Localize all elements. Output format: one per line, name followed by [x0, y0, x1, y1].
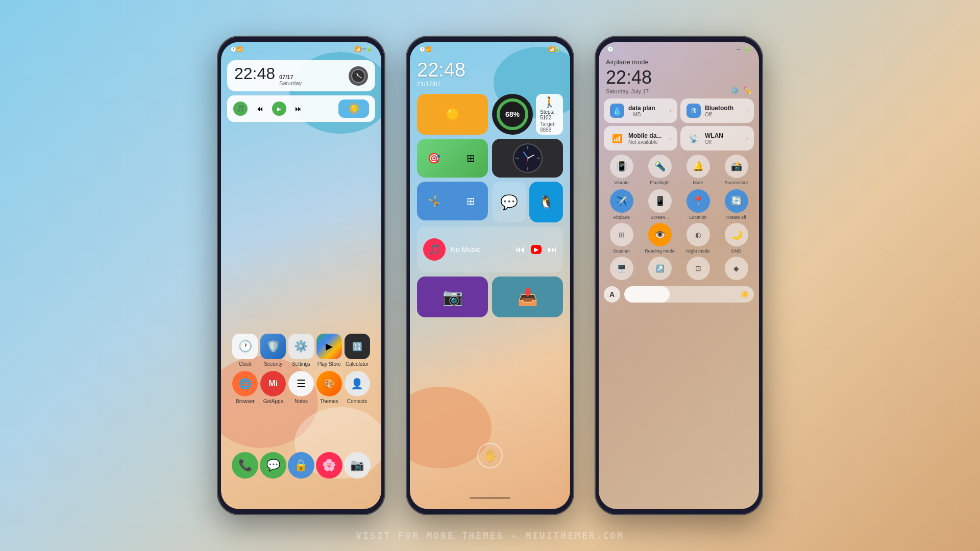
- airplane-label-t: Airplane: [613, 215, 630, 220]
- rotate-label: Rotate off: [726, 215, 746, 220]
- fitness-ring: 68%: [492, 94, 533, 135]
- app-security[interactable]: 🛡️ Security: [260, 334, 286, 367]
- p2-date: 21/17/07: [417, 81, 563, 88]
- toggle-rotate[interactable]: 🔄 Rotate off: [719, 189, 754, 220]
- app-themes[interactable]: 🎨 Themes: [316, 371, 342, 404]
- dock-camera[interactable]: 📷: [344, 452, 371, 479]
- toggle-dnd[interactable]: 🌙 DND: [719, 223, 754, 254]
- phone1-content: 22:48 07/17 Saturday 🎵 ⏮: [221, 56, 381, 128]
- toggle-screenshot[interactable]: 📸 Screenshot: [719, 155, 754, 185]
- settings-cog-icon[interactable]: ⚙️: [730, 86, 739, 94]
- app-browser[interactable]: 🌐 Browser: [232, 371, 258, 404]
- security-app-icon: 🛡️: [260, 334, 286, 359]
- extra3-circle: ⊡: [687, 257, 710, 280]
- vibrate-circle: 📳: [610, 155, 633, 178]
- next-btn[interactable]: ⏭: [291, 102, 306, 116]
- app-notes[interactable]: ☰ Notes: [288, 371, 314, 404]
- screen-circle: 📱: [648, 189, 672, 213]
- toggle-extra4[interactable]: ◆: [719, 257, 754, 282]
- prev-btn[interactable]: ⏮: [253, 102, 267, 116]
- p2-prev-btn[interactable]: ⏮: [516, 244, 525, 255]
- app-settings[interactable]: ⚙️ Settings: [288, 334, 314, 367]
- mobile-data-tile[interactable]: 📶 Mobile da... Not available ›: [604, 126, 677, 151]
- status-bar-phone3: 🕐 ← 🔋: [599, 42, 759, 56]
- watermark-text: VISIT FOR MORE THEMES - MIUITHEMER.COM: [0, 530, 980, 541]
- toggle-grid-4: 🖥️ ↗️ ⊡ ◆: [599, 257, 759, 282]
- toggle-mute[interactable]: 🔔 Mute: [680, 155, 716, 185]
- phone2-content: 22:48 21/17/07 ☀️ 68% 🚶 Steps: 510: [410, 56, 570, 321]
- dock-messages[interactable]: 💬: [260, 452, 286, 479]
- green-half-2: ⊞: [454, 139, 488, 178]
- app-contacts[interactable]: 👤 Contacts: [345, 371, 370, 404]
- toggle-airplane[interactable]: ✈️ Airplane: [604, 189, 639, 220]
- dock-security[interactable]: 🔒: [288, 452, 314, 479]
- toggle-vibrate[interactable]: 📳 Vibrate: [604, 155, 639, 185]
- playstore-app-icon: ▶: [316, 334, 342, 359]
- toggle-reading[interactable]: 👁️ Reading mode: [642, 223, 677, 254]
- wlan-tile[interactable]: 📡 WLAN Off ›: [680, 126, 754, 151]
- phone1-dock: 📞 💬 🔒 🌸 📷: [221, 452, 381, 479]
- music-title-p2: No Music: [451, 245, 510, 254]
- toggle-night[interactable]: ◐ Night mode: [680, 223, 716, 254]
- rotate-circle: 🔄: [725, 189, 748, 213]
- dock-phone[interactable]: 📞: [232, 452, 258, 479]
- home-indicator: [470, 497, 510, 499]
- music-card-p2: 🎵 No Music ⏮ ▶ ⏭: [417, 227, 563, 272]
- music-note-btn[interactable]: 🎵: [233, 102, 248, 116]
- mobile-data-icon: 📶: [610, 131, 624, 145]
- calculator-app-label: Calculator: [346, 361, 369, 367]
- funnel-card-p2[interactable]: 📥: [492, 277, 563, 317]
- toggle-extra3[interactable]: ⊡: [680, 257, 716, 282]
- night-label: Night mode: [686, 248, 709, 254]
- data-plan-sub: -- MB: [628, 112, 666, 117]
- date-month-day: 07/17: [279, 74, 302, 80]
- p2-next-btn[interactable]: ⏭: [548, 244, 557, 255]
- date-info: 07/17 Saturday: [279, 74, 302, 86]
- app-clock[interactable]: 🕐 Clock: [232, 334, 258, 367]
- toggle-screen[interactable]: 📱 Screen...: [642, 189, 677, 220]
- toggle-extra1[interactable]: 🖥️: [604, 257, 639, 282]
- toggle-location[interactable]: 📍 Location: [680, 189, 716, 220]
- toggle-scanner[interactable]: ⊞ Scanner: [604, 223, 639, 254]
- camera-card-p2[interactable]: 📷: [417, 277, 488, 317]
- minute-hand: [358, 76, 362, 78]
- app-grid-phone1: 🕐 Clock 🛡️ Security ⚙️ Settings ▶ Play S…: [221, 334, 381, 407]
- p2-time: 22:48: [417, 60, 563, 80]
- bluetooth-tile[interactable]: 𝔹 Bluetooth Off ›: [680, 98, 754, 123]
- app-calculator[interactable]: 🔢 Calculator: [345, 334, 370, 367]
- toggle-flashlight[interactable]: 🔦 Flashlight: [642, 155, 677, 185]
- play-btn[interactable]: ▶: [272, 102, 286, 116]
- brightness-bar[interactable]: ☀️: [624, 286, 754, 303]
- data-plan-tile[interactable]: 💧 data plan -- MB ›: [604, 98, 677, 123]
- dnd-circle: 🌙: [725, 223, 748, 246]
- app-playstore[interactable]: ▶ Play Store: [316, 334, 342, 367]
- toggle-grid-2: ✈️ Airplane 📱 Screen... 📍 Location 🔄 Rot…: [599, 189, 759, 220]
- fingerprint-area: 🖐: [477, 443, 503, 468]
- qq-card[interactable]: 🐧: [529, 182, 564, 222]
- steps-icon: 🚶: [543, 96, 556, 108]
- p2-youtube-btn[interactable]: ▶: [531, 245, 542, 254]
- app-pair: 💬 🐧: [492, 182, 563, 222]
- clock-widget-large: [492, 139, 563, 178]
- date-day: Saturday: [279, 80, 302, 86]
- screenshot-label: Screenshot: [725, 180, 748, 185]
- app-row-1: 🕐 Clock 🛡️ Security ⚙️ Settings ▶ Play S…: [231, 334, 371, 367]
- extra4-circle: ◆: [725, 257, 748, 280]
- blue-half-2: ⊞: [454, 182, 488, 220]
- toggle-extra2[interactable]: ↗️: [642, 257, 677, 282]
- screen-label: Screen...: [650, 215, 669, 220]
- blue-half-1: 🤸: [417, 182, 452, 220]
- data-plan-arrow: ›: [670, 108, 671, 114]
- p3-header-icons: ⚙️ ✏️: [730, 86, 752, 94]
- wechat-card[interactable]: 💬: [492, 182, 526, 222]
- dock-gallery[interactable]: 🌸: [316, 452, 342, 479]
- wlan-title: WLAN: [705, 132, 742, 139]
- p2-status-icons-right: 📶🔋: [549, 46, 561, 52]
- clock-app-icon: 🕐: [232, 334, 258, 359]
- font-size-small: A: [604, 286, 620, 303]
- brightness-sun-icon: ☀️: [740, 290, 749, 298]
- edit-icon[interactable]: ✏️: [743, 86, 752, 94]
- app-getapps[interactable]: Mi GetApps: [260, 371, 286, 404]
- bluetooth-info: Bluetooth Off: [705, 105, 742, 117]
- control-tiles-grid: 💧 data plan -- MB › 𝔹 Bluetooth Off › 📶 …: [599, 98, 759, 151]
